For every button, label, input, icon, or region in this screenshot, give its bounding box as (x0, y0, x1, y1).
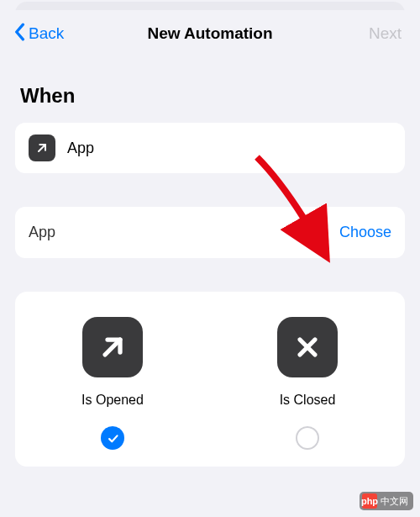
x-icon (277, 317, 338, 377)
section-title: When (20, 84, 405, 108)
option-closed-label: Is Closed (280, 393, 336, 408)
navigation-bar: Back New Automation Next (5, 10, 415, 57)
trigger-card[interactable]: App (15, 123, 405, 173)
option-is-opened[interactable]: Is Opened (15, 317, 210, 450)
watermark: php 中文网 (360, 492, 413, 510)
arrow-up-right-icon (29, 135, 55, 161)
choose-button[interactable]: Choose (339, 224, 391, 241)
watermark-logo: php (362, 493, 377, 509)
next-button[interactable]: Next (339, 24, 407, 43)
page-title: New Automation (81, 24, 339, 43)
selector-label: App (29, 224, 55, 241)
radio-opened[interactable] (101, 426, 124, 450)
app-selector-row[interactable]: App Choose (15, 207, 405, 258)
watermark-text: 中文网 (381, 495, 408, 508)
radio-closed[interactable] (296, 426, 319, 450)
trigger-label: App (67, 140, 94, 157)
option-opened-label: Is Opened (81, 393, 144, 408)
content: When App App Choose (5, 57, 415, 467)
option-is-closed[interactable]: Is Closed (210, 317, 405, 450)
back-label: Back (29, 24, 64, 43)
modal-sheet: Back New Automation Next When App App Ch… (5, 10, 415, 517)
back-button[interactable]: Back (13, 23, 81, 45)
arrow-up-right-icon (82, 317, 143, 377)
options-card: Is Opened Is Closed (15, 292, 405, 467)
svg-line-1 (105, 340, 120, 355)
svg-line-0 (39, 145, 45, 151)
chevron-left-icon (13, 23, 25, 45)
